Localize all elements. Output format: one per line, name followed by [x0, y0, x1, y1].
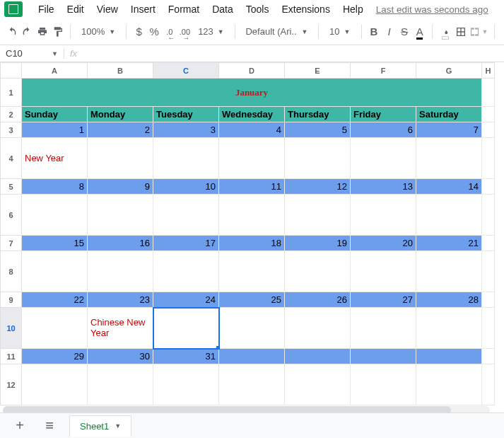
date-cell[interactable]: 24 — [153, 292, 219, 308]
date-cell[interactable]: 21 — [416, 236, 482, 251]
date-cell[interactable]: 10 — [153, 179, 219, 195]
increase-decimal-button[interactable]: .00→ — [179, 23, 192, 41]
borders-button[interactable] — [455, 23, 467, 41]
undo-button[interactable] — [6, 23, 18, 41]
empty-cell[interactable] — [219, 251, 285, 292]
date-cell[interactable] — [219, 349, 285, 364]
empty-cell[interactable] — [416, 251, 482, 292]
col-header-B[interactable]: B — [88, 63, 153, 79]
add-sheet-button[interactable]: + — [10, 416, 30, 436]
format-percent-button[interactable]: % — [148, 23, 160, 41]
date-cell[interactable]: 14 — [416, 179, 482, 195]
col-header-A[interactable]: A — [22, 63, 88, 79]
date-cell[interactable]: 4 — [219, 122, 285, 138]
date-cell[interactable] — [351, 349, 416, 364]
event-cell-new-year[interactable]: New Year — [22, 138, 88, 179]
row-header-3[interactable]: 3 — [1, 122, 22, 138]
date-cell[interactable]: 2 — [88, 122, 153, 138]
menu-insert[interactable]: Insert — [125, 1, 161, 17]
empty-cell[interactable] — [88, 364, 153, 405]
empty-cell[interactable] — [351, 195, 416, 236]
menu-extensions[interactable]: Extensions — [276, 1, 335, 17]
date-cell[interactable]: 9 — [88, 179, 153, 195]
row-header-11[interactable]: 11 — [1, 349, 22, 364]
empty-cell[interactable] — [416, 308, 482, 349]
fill-color-button[interactable] — [439, 23, 452, 41]
row-header-10[interactable]: 10 — [1, 308, 22, 349]
row-header-4[interactable]: 4 — [1, 138, 22, 179]
italic-button[interactable]: I — [383, 23, 396, 41]
date-cell[interactable]: 30 — [88, 349, 153, 364]
merge-cells-button[interactable]: ▼ — [469, 23, 488, 41]
menu-format[interactable]: Format — [163, 1, 205, 17]
row-header-6[interactable]: 6 — [1, 195, 22, 236]
date-cell[interactable]: 8 — [22, 179, 88, 195]
day-header-thu[interactable]: Thursday — [285, 107, 351, 122]
empty-cell[interactable] — [416, 138, 482, 179]
empty-cell[interactable] — [22, 251, 88, 292]
formula-input[interactable] — [83, 45, 504, 62]
date-cell[interactable]: 5 — [285, 122, 351, 138]
row-header-2[interactable]: 2 — [1, 107, 22, 122]
date-cell[interactable]: 3 — [153, 122, 219, 138]
date-cell[interactable] — [285, 349, 351, 364]
day-header-mon[interactable]: Monday — [88, 107, 153, 122]
empty-cell[interactable] — [219, 195, 285, 236]
date-cell[interactable]: 19 — [285, 236, 351, 251]
bold-button[interactable]: B — [368, 23, 380, 41]
col-header-F[interactable]: F — [351, 63, 416, 79]
day-header-sat[interactable]: Saturday — [416, 107, 482, 122]
last-edit-link[interactable]: Last edit was seconds ago — [370, 2, 494, 17]
empty-cell[interactable] — [416, 195, 482, 236]
strikethrough-button[interactable]: S — [398, 23, 411, 41]
date-cell[interactable]: 13 — [351, 179, 416, 195]
empty-cell[interactable] — [22, 195, 88, 236]
empty-cell[interactable] — [153, 138, 219, 179]
sheets-app-icon[interactable] — [4, 1, 23, 17]
empty-cell[interactable] — [285, 364, 351, 405]
date-cell[interactable]: 28 — [416, 292, 482, 308]
empty-cell[interactable] — [219, 308, 285, 349]
menu-edit[interactable]: Edit — [61, 1, 90, 17]
menu-file[interactable]: File — [33, 1, 60, 17]
text-color-button[interactable]: A — [414, 23, 426, 41]
col-header-D[interactable]: D — [219, 63, 285, 79]
empty-cell[interactable] — [88, 138, 153, 179]
empty-cell[interactable] — [285, 251, 351, 292]
empty-cell[interactable] — [351, 364, 416, 405]
more-formats-dropdown[interactable]: 123▼ — [194, 23, 228, 41]
date-cell[interactable]: 20 — [351, 236, 416, 251]
menu-data[interactable]: Data — [206, 1, 239, 17]
empty-cell[interactable] — [351, 308, 416, 349]
day-header-wed[interactable]: Wednesday — [219, 107, 285, 122]
date-cell[interactable]: 29 — [22, 349, 88, 364]
date-cell[interactable]: 31 — [153, 349, 219, 364]
col-header-G[interactable]: G — [416, 63, 482, 79]
col-header-C[interactable]: C — [153, 63, 219, 79]
decrease-decimal-button[interactable]: .0← — [163, 23, 176, 41]
empty-cell[interactable] — [351, 138, 416, 179]
empty-cell[interactable] — [88, 195, 153, 236]
date-cell[interactable]: 18 — [219, 236, 285, 251]
menu-help[interactable]: Help — [337, 1, 369, 17]
spreadsheet-grid[interactable]: A B C D E F G H 1 January 2 Sunday Monda… — [0, 62, 504, 415]
selected-cell-c10[interactable] — [153, 308, 219, 349]
date-cell[interactable]: 1 — [22, 122, 88, 138]
date-cell[interactable]: 11 — [219, 179, 285, 195]
col-header-E[interactable]: E — [285, 63, 351, 79]
day-header-tue[interactable]: Tuesday — [153, 107, 219, 122]
date-cell[interactable]: 25 — [219, 292, 285, 308]
font-size-dropdown[interactable]: 10▼ — [325, 23, 354, 41]
day-header-sun[interactable]: Sunday — [22, 107, 88, 122]
select-all-corner[interactable] — [1, 63, 22, 79]
print-button[interactable] — [36, 23, 49, 41]
empty-cell[interactable] — [22, 308, 88, 349]
calendar-title[interactable]: January — [22, 79, 482, 107]
row-header-1[interactable]: 1 — [1, 79, 22, 107]
row-header-9[interactable]: 9 — [1, 292, 22, 308]
empty-cell[interactable] — [88, 251, 153, 292]
redo-button[interactable] — [21, 23, 34, 41]
empty-cell[interactable] — [219, 138, 285, 179]
date-cell[interactable]: 16 — [88, 236, 153, 251]
empty-cell[interactable] — [22, 364, 88, 405]
